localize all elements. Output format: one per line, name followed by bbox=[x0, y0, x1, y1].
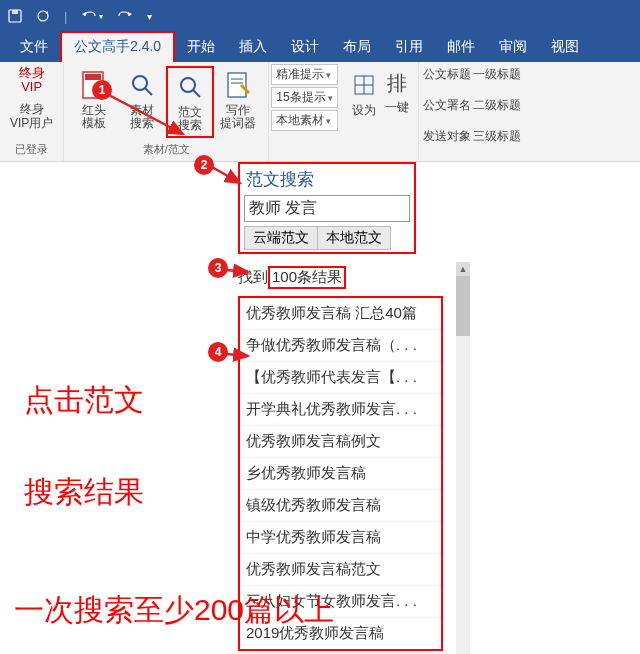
undo-icon[interactable]: ▾ bbox=[81, 9, 103, 23]
result-count: 找到100条结果 bbox=[238, 266, 346, 289]
callout-2: 2 bbox=[194, 155, 214, 175]
tab-home[interactable]: 开始 bbox=[175, 33, 227, 62]
vip-top2: VIP bbox=[21, 79, 42, 94]
vip-mid2: VIP用户 bbox=[10, 116, 53, 130]
svg-line-15 bbox=[107, 94, 183, 134]
scroll-up-icon[interactable]: ▲ bbox=[456, 262, 470, 276]
result-item[interactable]: 乡优秀教师发言稿 bbox=[240, 458, 441, 490]
tab-bar: 文件 公文高手2.4.0 开始 插入 设计 布局 引用 邮件 审阅 视图 bbox=[0, 32, 640, 62]
search-pane: 范文搜索 教师 发言 云端范文 本地范文 bbox=[238, 162, 416, 254]
dd-precise[interactable]: 精准提示▾ bbox=[271, 64, 337, 85]
grid-icon bbox=[349, 70, 379, 100]
cmd-h1[interactable]: 一级标题 bbox=[473, 66, 521, 83]
annotation-line2: 搜索结果 bbox=[24, 472, 144, 513]
vip-top1: 终身 bbox=[19, 65, 45, 80]
result-item[interactable]: 优秀教师发言稿范文 bbox=[240, 554, 441, 586]
result-item[interactable]: 镇级优秀教师发言稿 bbox=[240, 490, 441, 522]
result-item[interactable]: 优秀教师发言稿 汇总40篇 bbox=[240, 298, 441, 330]
svg-line-17 bbox=[226, 270, 248, 272]
callout-3: 3 bbox=[208, 258, 228, 278]
btn-sheji[interactable]: 设为 bbox=[346, 66, 382, 121]
svg-rect-1 bbox=[12, 10, 18, 14]
tab-local[interactable]: 本地范文 bbox=[318, 226, 391, 250]
tab-design[interactable]: 设计 bbox=[279, 33, 331, 62]
format-group: 设为 排 一键 bbox=[340, 62, 419, 161]
separator: | bbox=[64, 9, 67, 24]
task-pane-area: 范文搜索 教师 发言 云端范文 本地范文 找到100条结果 优秀教师发言稿 汇总… bbox=[200, 162, 640, 654]
dd-local[interactable]: 本地素材▾ bbox=[271, 110, 337, 131]
more-icon[interactable]: ▾ bbox=[147, 11, 152, 22]
scroll-thumb[interactable] bbox=[456, 276, 470, 336]
result-item[interactable]: 优秀教师发言稿例文 bbox=[240, 426, 441, 458]
result-item[interactable]: 开学典礼优秀教师发言. . . bbox=[240, 394, 441, 426]
titlebar: | ▾ ▾ bbox=[0, 0, 640, 32]
btn-xiezuo[interactable]: 写作提词器 bbox=[214, 66, 262, 138]
tab-references[interactable]: 引用 bbox=[383, 33, 435, 62]
callout-4: 4 bbox=[208, 342, 228, 362]
ribbon: 终身VIP 终身VIP用户 已登录 红头模板 素材搜索 范文搜索 bbox=[0, 62, 640, 162]
dropdown-stack: 精准提示▾ 15条提示▾ 本地素材▾ bbox=[269, 62, 339, 161]
annotation-line3: 一次搜索至少200篇以上 bbox=[14, 590, 334, 631]
result-item[interactable]: 【优秀教师代表发言【. . . bbox=[240, 362, 441, 394]
arrow-3 bbox=[224, 262, 254, 282]
vip-group: 终身VIP 终身VIP用户 已登录 bbox=[0, 62, 64, 161]
callout-1: 1 bbox=[92, 80, 112, 100]
result-item[interactable]: 中学优秀教师发言稿 bbox=[240, 522, 441, 554]
vip-mid1: 终身 bbox=[20, 102, 44, 116]
search-input[interactable]: 教师 发言 bbox=[244, 195, 410, 222]
tab-cloud[interactable]: 云端范文 bbox=[244, 226, 318, 250]
arrow-1 bbox=[105, 92, 195, 152]
pane-title: 范文搜索 bbox=[240, 164, 414, 195]
btn-paiban[interactable]: 排 一键 bbox=[382, 66, 412, 118]
cmd-recipient[interactable]: 发送对象 bbox=[423, 128, 471, 145]
tab-view[interactable]: 视图 bbox=[539, 33, 591, 62]
annotation-line1: 点击范文 bbox=[24, 380, 144, 421]
svg-line-16 bbox=[212, 167, 240, 183]
tab-gongwen[interactable]: 公文高手2.4.0 bbox=[60, 31, 175, 62]
refresh-icon[interactable] bbox=[36, 9, 50, 23]
tab-layout[interactable]: 布局 bbox=[331, 33, 383, 62]
compose-icon bbox=[223, 70, 253, 100]
arrow-4 bbox=[224, 346, 254, 366]
count-value: 100条结果 bbox=[268, 266, 346, 289]
tab-insert[interactable]: 插入 bbox=[227, 33, 279, 62]
cmd-h3[interactable]: 三级标题 bbox=[473, 128, 521, 145]
style-commands: 公文标题 一级标题 公文署名 二级标题 发送对象 三级标题 bbox=[419, 62, 544, 161]
dd-count[interactable]: 15条提示▾ bbox=[271, 87, 337, 108]
save-icon[interactable] bbox=[8, 9, 22, 23]
cmd-sign[interactable]: 公文署名 bbox=[423, 97, 471, 114]
cmd-h2[interactable]: 二级标题 bbox=[473, 97, 521, 114]
result-item[interactable]: 争做优秀教师发言稿（. . . bbox=[240, 330, 441, 362]
arrow-2 bbox=[210, 165, 250, 195]
svg-rect-4 bbox=[85, 74, 101, 80]
svg-line-18 bbox=[226, 354, 248, 356]
tab-file[interactable]: 文件 bbox=[8, 33, 60, 62]
group-label-logged: 已登录 bbox=[15, 142, 48, 157]
svg-point-7 bbox=[181, 78, 195, 92]
tab-review[interactable]: 审阅 bbox=[487, 33, 539, 62]
svg-point-5 bbox=[133, 76, 147, 90]
svg-rect-9 bbox=[228, 73, 246, 97]
tab-mail[interactable]: 邮件 bbox=[435, 33, 487, 62]
scrollbar[interactable]: ▲ bbox=[456, 262, 470, 654]
redo-icon[interactable] bbox=[117, 9, 133, 23]
cmd-title[interactable]: 公文标题 bbox=[423, 66, 471, 83]
